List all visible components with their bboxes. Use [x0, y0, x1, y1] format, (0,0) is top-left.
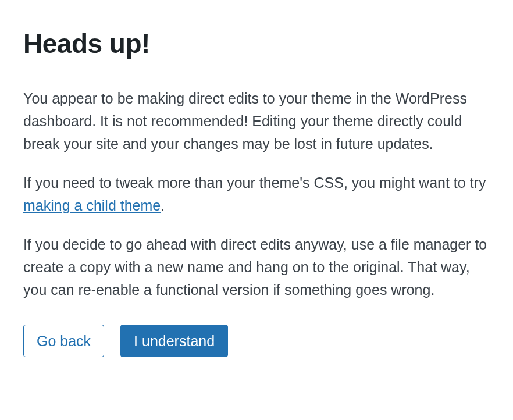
warning-heading: Heads up!: [23, 28, 490, 59]
para2-text-before: If you need to tweak more than your them…: [23, 175, 486, 191]
go-back-button[interactable]: Go back: [23, 325, 104, 357]
button-row: Go back I understand: [23, 325, 490, 357]
para2-text-after: .: [161, 197, 165, 213]
warning-paragraph-2: If you need to tweak more than your them…: [23, 172, 490, 217]
warning-paragraph-1: You appear to be making direct edits to …: [23, 87, 490, 155]
warning-paragraph-3: If you decide to go ahead with direct ed…: [23, 233, 490, 301]
i-understand-button[interactable]: I understand: [120, 325, 228, 357]
child-theme-link[interactable]: making a child theme: [23, 197, 161, 213]
